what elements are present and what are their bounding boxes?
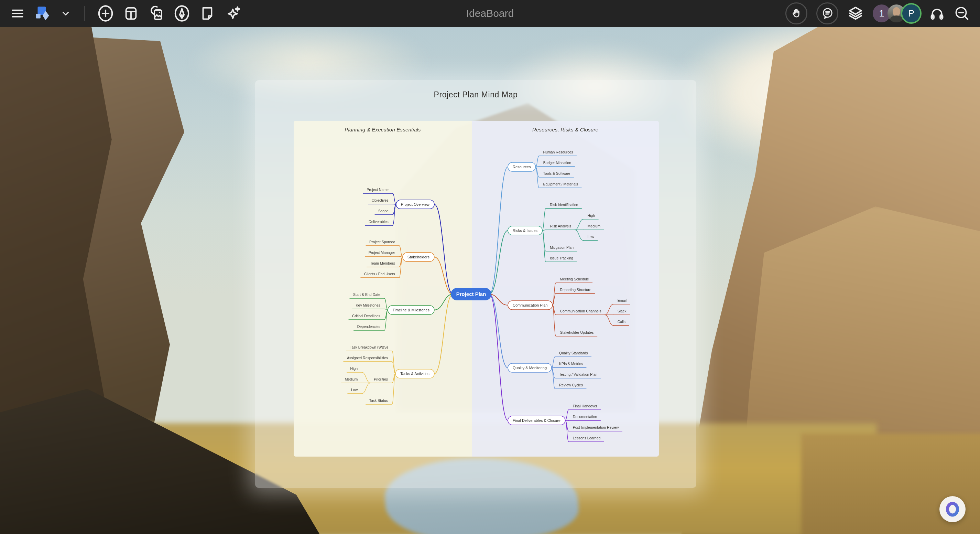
mindmap-link xyxy=(385,298,388,310)
template-icon[interactable] xyxy=(123,5,139,21)
draw-icon[interactable] xyxy=(173,5,191,22)
mindmap-leaf-label[interactable]: Priorities xyxy=(374,377,388,381)
mindmap-leaf-label[interactable]: Low xyxy=(351,388,358,392)
mindmap-leaf-label[interactable]: Scope xyxy=(378,209,388,213)
mindmap-leaf-label[interactable]: Dependencies xyxy=(357,324,380,328)
mindmap-node-label[interactable]: Quality & Monitoring xyxy=(513,366,547,370)
avatar-active-label: P xyxy=(908,8,914,19)
mindmap-leaf-label[interactable]: Start & End Date xyxy=(353,292,380,296)
menu-icon[interactable] xyxy=(10,6,25,21)
mindmap-link xyxy=(605,304,613,315)
collaborator-avatars: 1 P xyxy=(873,5,920,22)
mindmap-leaf-label[interactable]: Stakeholder Updates xyxy=(560,330,593,335)
mindmap-node-label[interactable]: Communication Plan xyxy=(513,303,548,307)
mindmap-leaf-label[interactable]: Clients / End Users xyxy=(364,272,395,276)
mindmap-link xyxy=(565,410,569,421)
mindmap-link xyxy=(393,193,396,204)
avatar-active[interactable]: P xyxy=(902,5,920,22)
mindmap-link xyxy=(362,383,370,394)
mindmap-link xyxy=(542,231,546,262)
mindmap-leaf-label[interactable]: Post-Implementation Review xyxy=(573,425,619,429)
mindmap-link xyxy=(536,156,539,167)
mindmap-link xyxy=(434,294,453,374)
mindmap-link xyxy=(399,257,402,278)
top-toolbar: IdeaBoard xyxy=(0,0,980,27)
mindmap-leaf-label[interactable]: Final Handover xyxy=(573,404,598,408)
app-logo[interactable] xyxy=(34,5,51,22)
mindmap-link xyxy=(542,209,546,231)
mindmap-leaf-label[interactable]: Risk Analysis xyxy=(550,224,571,228)
mindmap-leaf-label[interactable]: Critical Deadlines xyxy=(352,314,380,318)
comments-icon[interactable] xyxy=(816,2,838,24)
mindmap-link xyxy=(489,167,508,294)
mindmap-leaf-label[interactable]: High xyxy=(588,213,595,217)
mindmap-link xyxy=(393,204,396,225)
mindmap-leaf-label[interactable]: Project Manager xyxy=(369,250,395,255)
mindmap-leaf-label[interactable]: Medium xyxy=(345,377,358,381)
mindmap-node-label[interactable]: Tasks & Activities xyxy=(400,371,430,376)
media-icon[interactable] xyxy=(148,5,164,22)
mindmap-leaf-label[interactable]: Issue Tracking xyxy=(550,256,573,260)
mindmap-link xyxy=(385,310,388,330)
pan-hand-icon[interactable] xyxy=(785,2,807,24)
mindmap-leaf-label[interactable]: Project Sponsor xyxy=(369,240,395,244)
mindmap-link xyxy=(536,167,539,188)
mindmap-leaf-label[interactable]: Tools & Software xyxy=(543,171,571,175)
avatar-count-label: 1 xyxy=(879,8,884,19)
mindmap-link xyxy=(489,231,508,294)
mindmap-link xyxy=(565,421,569,442)
mindmap-leaf-label[interactable]: Budget Allocation xyxy=(543,161,571,165)
mindmap-root-label[interactable]: Project Plan xyxy=(456,291,486,297)
mindmap-leaf-label[interactable]: Reporting Structure xyxy=(560,288,591,292)
chevron-down-icon[interactable] xyxy=(60,8,72,19)
mindmap-leaf-label[interactable]: Testing / Validation Plan xyxy=(559,372,597,376)
mindmap-leaf-label[interactable]: Task Status xyxy=(369,399,388,403)
mindmap-node-label[interactable]: Resources xyxy=(513,165,531,169)
mindmap-node-label[interactable]: Project Overview xyxy=(401,202,430,206)
mindmap-leaf-label[interactable]: Communication Channels xyxy=(560,309,601,313)
mindmap-node-label[interactable]: Stakeholders xyxy=(407,255,430,259)
mindmap-leaf-label[interactable]: KPIs & Metrics xyxy=(559,362,583,366)
mindmap-leaf-label[interactable]: High xyxy=(350,367,358,371)
o-ring-icon xyxy=(945,501,960,517)
mindmap-leaf-label[interactable]: Documentation xyxy=(573,414,597,419)
mindmap-leaf-label[interactable]: Objectives xyxy=(372,198,388,202)
mindmap-leaf-label[interactable]: Review Cycles xyxy=(559,383,583,387)
opera-launcher-button[interactable] xyxy=(939,496,966,522)
mindmap-leaf-label[interactable]: Equipment / Materials xyxy=(543,182,578,186)
ai-sparkles-icon[interactable] xyxy=(224,5,241,22)
mindmap-leaf-label[interactable]: Deliverables xyxy=(369,220,388,224)
mindmap-leaf-label[interactable]: Medium xyxy=(588,224,601,228)
mindmap-leaf-label[interactable]: Meeting Schedule xyxy=(560,277,589,281)
mindmap-link xyxy=(434,257,453,294)
mindmap-leaf-label[interactable]: Human Resources xyxy=(543,150,573,154)
mindmap-leaf-label[interactable]: Slack xyxy=(617,309,627,313)
mindmap-leaf-label[interactable]: Low xyxy=(588,235,595,239)
mindmap-leaf-label[interactable]: Risk Identification xyxy=(550,202,578,207)
headphones-icon[interactable] xyxy=(929,5,945,21)
mindmap-leaf-label[interactable]: Lessons Learned xyxy=(573,436,601,440)
mindmap-leaf-label[interactable]: Task Breakdown (WBS) xyxy=(350,345,388,349)
mindmap-node-label[interactable]: Risks & Issues xyxy=(513,228,538,233)
mindmap-leaf-label[interactable]: Mitigation Plan xyxy=(550,245,574,249)
mindmap-link xyxy=(489,294,508,421)
layers-icon[interactable] xyxy=(847,5,864,22)
app-window: Project Plan Mind Map Planning & Executi… xyxy=(0,0,980,534)
toolbar-divider xyxy=(84,6,84,21)
mindmap-leaf-label[interactable]: Calls xyxy=(617,320,625,324)
mindmap-node-label[interactable]: Timeline & Milestones xyxy=(393,308,430,312)
add-circle-icon[interactable] xyxy=(97,5,114,22)
mindmap-leaf-label[interactable]: Project Name xyxy=(367,188,388,192)
mindmap-leaf-label[interactable]: Email xyxy=(617,298,627,303)
mindmap-node-label[interactable]: Final Deliverables & Closure xyxy=(513,418,560,422)
mindmap-leaf-label[interactable]: Key Milestones xyxy=(356,303,380,307)
mindmap-canvas[interactable]: Project NameObjectivesScopeDeliverablesP… xyxy=(0,0,980,534)
mindmap-leaf-label[interactable]: Assigned Responsibilities xyxy=(347,356,388,360)
mindmap-leaf-label[interactable]: Team Members xyxy=(370,261,395,265)
zoom-out-icon[interactable] xyxy=(954,5,970,21)
mindmap-link xyxy=(399,245,402,257)
mindmap-leaf-label[interactable]: Quality Standards xyxy=(559,351,588,355)
mindmap-link xyxy=(575,219,584,230)
mindmap-link xyxy=(552,357,555,368)
sticky-note-icon[interactable] xyxy=(199,5,215,21)
